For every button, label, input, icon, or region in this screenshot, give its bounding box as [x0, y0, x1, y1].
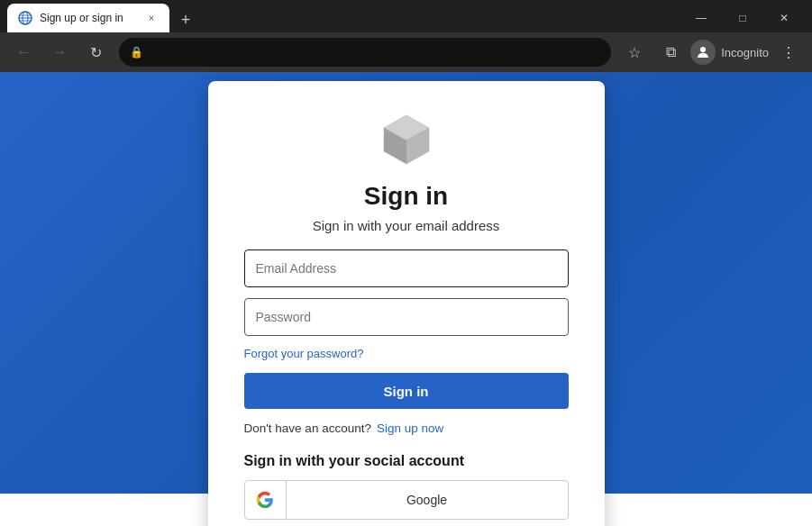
address-input[interactable]	[151, 46, 600, 59]
password-field-container	[244, 298, 569, 336]
toolbar: ← → ↻ 🔒 ☆ ⧉ Incognito ⋮	[0, 32, 812, 72]
favorites-button[interactable]: ☆	[618, 36, 651, 68]
signin-button[interactable]: Sign in	[244, 373, 569, 409]
back-button[interactable]: ←	[7, 36, 40, 68]
close-button[interactable]: ✕	[763, 4, 805, 32]
tab-favicon	[18, 11, 32, 25]
split-screen-button[interactable]: ⧉	[654, 36, 687, 68]
signin-card: Sign in Sign in with your email address …	[208, 81, 605, 526]
sign-in-subtitle: Sign in with your email address	[313, 218, 500, 233]
page-content: Sign in Sign in with your email address …	[0, 72, 812, 494]
email-field-container	[244, 249, 569, 287]
address-bar[interactable]: 🔒	[119, 38, 611, 67]
incognito-avatar	[690, 40, 716, 65]
sign-in-title: Sign in	[364, 182, 448, 211]
app-logo	[375, 108, 438, 171]
lock-icon: 🔒	[130, 46, 143, 59]
no-account-text: Don't have an account?	[244, 422, 371, 435]
email-input[interactable]	[244, 249, 569, 287]
new-tab-button[interactable]: +	[173, 7, 198, 32]
incognito-badge: Incognito	[690, 40, 769, 65]
minimize-button[interactable]: —	[680, 4, 722, 32]
social-title: Sign in with your social account	[244, 453, 464, 469]
active-tab[interactable]: Sign up or sign in ×	[7, 4, 169, 32]
refresh-button[interactable]: ↻	[79, 36, 112, 68]
google-logo	[245, 480, 287, 520]
svg-point-5	[700, 47, 706, 52]
tab-close-button[interactable]: ×	[144, 11, 159, 25]
forward-button[interactable]: →	[43, 36, 76, 68]
google-signin-button[interactable]: Google	[244, 480, 569, 520]
window-controls: — □ ✕	[680, 4, 805, 32]
menu-button[interactable]: ⋮	[772, 36, 805, 68]
signup-row: Don't have an account? Sign up now	[244, 422, 444, 435]
toolbar-icons: ☆ ⧉ Incognito ⋮	[618, 36, 805, 68]
signup-link[interactable]: Sign up now	[377, 422, 443, 435]
browser-chrome: Sign up or sign in × + — □ ✕ ← → ↻ 🔒 ☆ ⧉	[0, 0, 812, 72]
tab-title: Sign up or sign in	[40, 12, 137, 24]
google-label: Google	[287, 493, 568, 507]
tab-bar: Sign up or sign in × + — □ ✕	[0, 0, 812, 32]
incognito-label: Incognito	[721, 46, 769, 59]
maximize-button[interactable]: □	[722, 4, 763, 32]
forgot-password-link[interactable]: Forgot your password?	[244, 347, 364, 360]
password-input[interactable]	[244, 298, 569, 336]
